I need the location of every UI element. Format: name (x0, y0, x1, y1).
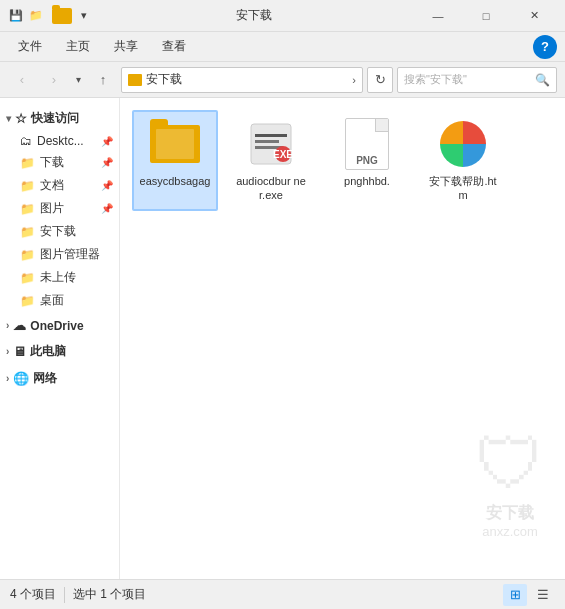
grid-view-button[interactable]: ⊞ (503, 584, 527, 606)
watermark-shield-icon: 🛡 (475, 429, 545, 499)
pictures-pin-icon: 📌 (101, 203, 113, 214)
quick-access-label: 快速访问 (31, 110, 79, 127)
selected-count: 选中 1 个项目 (73, 586, 146, 603)
sidebar-item-desktop2-label: 桌面 (40, 292, 64, 309)
onedrive-icon: ☁ (13, 318, 26, 333)
png-label: pnghhbd. (344, 174, 390, 188)
refresh-button[interactable]: ↻ (367, 67, 393, 93)
sidebar-item-imgmgr-label: 图片管理器 (40, 246, 100, 263)
thispc-chevron: › (6, 346, 9, 357)
network-section: › 🌐 网络 (0, 366, 119, 391)
title-bar-icons: 💾 📁 ▾ (8, 8, 92, 24)
file-area: easycdbsagag EXE (120, 98, 565, 579)
thispc-label: 此电脑 (30, 343, 66, 360)
sidebar-item-unuploaded[interactable]: 📁 未上传 (0, 266, 119, 289)
window-controls: — □ ✕ (415, 0, 557, 32)
menu-bar: 文件 主页 共享 查看 ? (0, 32, 565, 62)
sidebar-item-unuploaded-label: 未上传 (40, 269, 76, 286)
file-item-htm[interactable]: 安下载帮助.htm (420, 110, 506, 211)
menu-home[interactable]: 主页 (56, 34, 100, 59)
onedrive-label: OneDrive (30, 319, 83, 333)
maximize-button[interactable]: □ (463, 0, 509, 32)
downloads-pin-icon: 📌 (101, 157, 113, 168)
item-count: 4 个项目 (10, 586, 56, 603)
main-area: ▾ ☆ 快速访问 🗂 Desktc... 📌 📁 下载 📌 📁 文档 📌 📁 (0, 98, 565, 579)
up-button[interactable]: ↑ (89, 66, 117, 94)
docs-pin-icon: 📌 (101, 180, 113, 191)
thispc-icon: 🖥 (13, 344, 26, 359)
htm-circle-icon (440, 121, 486, 167)
desktop-folder-icon: 🗂 (20, 134, 32, 148)
exe-icon: EXE (247, 120, 295, 168)
forward-button[interactable]: › (40, 66, 68, 94)
unuploaded-folder-icon: 📁 (20, 271, 35, 285)
search-placeholder: 搜索"安下载" (404, 72, 531, 87)
sidebar-item-pictures-label: 图片 (40, 200, 64, 217)
minimize-button[interactable]: — (415, 0, 461, 32)
folder-icon (150, 125, 200, 163)
title-bar: 💾 📁 ▾ 安下载 — □ ✕ (0, 0, 565, 32)
onedrive-header[interactable]: › ☁ OneDrive (0, 314, 119, 337)
address-bar[interactable]: 安下载 › (121, 67, 363, 93)
search-bar[interactable]: 搜索"安下载" 🔍 (397, 67, 557, 93)
imgmgr-folder-icon: 📁 (20, 248, 35, 262)
list-view-button[interactable]: ☰ (531, 584, 555, 606)
png-icon-text: PNG (356, 155, 378, 166)
htm-label: 安下载帮助.htm (426, 174, 500, 203)
back-button[interactable]: ‹ (8, 66, 36, 94)
folder-icon-container (149, 118, 201, 170)
docs-folder-icon: 📁 (20, 179, 35, 193)
file-item-png[interactable]: PNG pnghhbd. (324, 110, 410, 211)
sidebar-item-downloads-label: 下载 (40, 154, 64, 171)
sidebar-item-docs[interactable]: 📁 文档 📌 (0, 174, 119, 197)
png-icon: PNG (345, 118, 389, 170)
menu-view[interactable]: 查看 (152, 34, 196, 59)
file-grid: easycdbsagag EXE (132, 110, 553, 211)
title-icon-folder[interactable]: 📁 (28, 8, 44, 24)
png-icon-container: PNG (341, 118, 393, 170)
network-chevron: › (6, 373, 9, 384)
file-item-folder[interactable]: easycdbsagag (132, 110, 218, 211)
sidebar-item-downloads[interactable]: 📁 下载 📌 (0, 151, 119, 174)
help-button[interactable]: ? (533, 35, 557, 59)
svg-text:EXE: EXE (273, 149, 293, 160)
status-divider (64, 587, 65, 603)
sidebar-item-desktop2[interactable]: 📁 桌面 (0, 289, 119, 312)
folder-icon-inner (156, 129, 194, 159)
sidebar-item-imgmgr[interactable]: 📁 图片管理器 (0, 243, 119, 266)
downloads-folder-icon: 📁 (20, 156, 35, 170)
watermark: 🛡 安下载 anxz.com (475, 429, 545, 539)
search-icon: 🔍 (535, 73, 550, 87)
sidebar-item-pictures[interactable]: 📁 图片 📌 (0, 197, 119, 220)
thispc-section: › 🖥 此电脑 (0, 339, 119, 364)
address-folder-icon (128, 74, 142, 86)
title-icon-save[interactable]: 💾 (8, 8, 24, 24)
menu-share[interactable]: 共享 (104, 34, 148, 59)
svg-rect-2 (255, 140, 279, 143)
sidebar-item-desktop[interactable]: 🗂 Desktc... 📌 (0, 131, 119, 151)
svg-rect-1 (255, 134, 287, 137)
sidebar-item-docs-label: 文档 (40, 177, 64, 194)
sidebar: ▾ ☆ 快速访问 🗂 Desktc... 📌 📁 下载 📌 📁 文档 📌 📁 (0, 98, 120, 579)
quick-access-header[interactable]: ▾ ☆ 快速访问 (0, 106, 119, 131)
file-item-exe[interactable]: EXE audiocdbur ner.exe (228, 110, 314, 211)
watermark-url: anxz.com (475, 524, 545, 539)
folder-label: easycdbsagag (140, 174, 211, 188)
onedrive-chevron: › (6, 320, 9, 331)
htm-icon-container (437, 118, 489, 170)
title-dropdown[interactable]: ▾ (76, 8, 92, 24)
sidebar-item-desktop-label: Desktc... (37, 134, 84, 148)
watermark-title: 安下载 (475, 503, 545, 524)
title-folder-icon (52, 8, 72, 24)
thispc-header[interactable]: › 🖥 此电脑 (0, 339, 119, 364)
nav-chevron[interactable]: ▾ (72, 70, 85, 89)
exe-icon-container: EXE (245, 118, 297, 170)
address-path: 安下载 (146, 71, 348, 88)
sidebar-item-anxz-label: 安下载 (40, 223, 76, 240)
toolbar: ‹ › ▾ ↑ 安下载 › ↻ 搜索"安下载" 🔍 (0, 62, 565, 98)
close-button[interactable]: ✕ (511, 0, 557, 32)
menu-file[interactable]: 文件 (8, 34, 52, 59)
network-label: 网络 (33, 370, 57, 387)
sidebar-item-anxz[interactable]: 📁 安下载 (0, 220, 119, 243)
network-header[interactable]: › 🌐 网络 (0, 366, 119, 391)
